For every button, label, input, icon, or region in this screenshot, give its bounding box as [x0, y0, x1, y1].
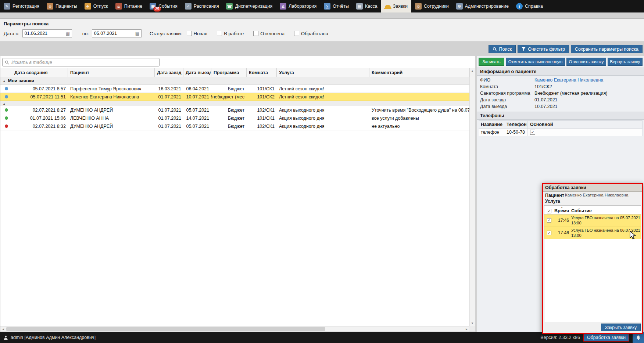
checkbox-icon [217, 31, 222, 36]
close-request-button[interactable]: Закрыть заявку [601, 324, 641, 331]
phone-row[interactable]: телефон 10-50-78 [479, 129, 643, 136]
col-header-status[interactable] [0, 68, 12, 77]
processing-window-title[interactable]: Обработка заявки [543, 184, 642, 192]
table-row[interactable]: 05.07.2021 8:57 Парфененко Тимур Ярослав… [0, 85, 469, 93]
table-row[interactable]: 01.07.2021 15:06 ЛЕВЧЕНКО АННА 01.07.202… [0, 114, 469, 122]
decline-request-button[interactable]: Отклонить заявку [566, 58, 606, 66]
processing-patient-value: Каменко Екатерина Николаевна [565, 193, 640, 198]
event-checkbox[interactable] [547, 231, 551, 235]
cell-status [0, 106, 12, 114]
search-button[interactable]: Поиск [489, 45, 516, 53]
table-row-selected[interactable]: 05.07.2021 11:51 Каменко Екатерина Никол… [0, 93, 469, 101]
event-row[interactable]: 17:46 Услуга ГБО назначена на 05.07.2021… [544, 214, 641, 227]
date-from-input[interactable]: ▦ [22, 29, 72, 37]
cell-comment [369, 93, 469, 101]
request-actions: Записать Отметить как выполненную Отклон… [479, 58, 643, 66]
return-request-button[interactable]: Вернуть заявку [608, 58, 643, 66]
status-checkbox-in-progress[interactable]: В работе [217, 31, 244, 36]
table-search-input[interactable] [11, 60, 157, 65]
administration-icon: ⚙ [456, 3, 463, 10]
clear-filter-button[interactable]: Очистить фильтр [518, 45, 569, 53]
toolbar-item-staff[interactable]: ☺ Сотрудники [411, 0, 452, 12]
search-icon [493, 47, 497, 51]
event-checkbox[interactable] [547, 218, 551, 223]
col-header-service[interactable]: Услуга [277, 68, 369, 77]
col-header-program[interactable]: Программа [211, 68, 247, 77]
vertical-scrollbar[interactable]: ▲ ▼ [469, 68, 475, 326]
field-fio: ФИО Каменко Екатерина Николаевна [479, 77, 643, 83]
toolbar-item-vacation[interactable]: ✈ Отпуск [81, 0, 112, 12]
processing-task-button[interactable]: Обработка заявки [583, 333, 629, 342]
calendar-icon[interactable]: ▦ [66, 31, 70, 36]
mark-done-button[interactable]: Отметить как выполненную [506, 58, 565, 66]
toolbar-item-label: События [158, 4, 178, 9]
toolbar-item-schedules[interactable]: ✓ Расписания [181, 0, 223, 12]
toolbar-item-requests[interactable]: Заявки [381, 0, 411, 12]
col-header-event[interactable]: Событие [570, 208, 641, 213]
toolbar-item-events[interactable]: ▦ События 25 [146, 0, 181, 12]
filter-actions: Поиск Очистить фильтр Сохранить параметр… [489, 45, 643, 53]
current-user: admin [Админов Админ Александрович] [0, 335, 96, 340]
col-header-departure[interactable]: Дата выезд [183, 68, 211, 77]
cell-created: 02.07.2021 8:32 [12, 122, 68, 130]
filter-panel-title: Параметры поиска [4, 21, 640, 26]
toolbar-item-label: Пациенты [56, 4, 77, 9]
select-all-checkbox[interactable] [547, 209, 551, 213]
toolbar-item-reports[interactable]: ∑ Отчёты [320, 0, 353, 12]
toolbar-item-registration[interactable]: ✎ Регистрация [0, 0, 43, 12]
phone-col-number[interactable]: Телефон [504, 121, 528, 128]
scroll-down-icon[interactable]: ▼ [470, 321, 475, 326]
table-row[interactable]: 02.07.2021 8:32 ДУМЕНКО АНДРЕЙ 01.07.202… [0, 122, 469, 130]
col-header-room[interactable]: Комната [247, 68, 277, 77]
bell-icon [636, 335, 641, 340]
scrollbar-thumb[interactable] [6, 327, 325, 331]
calendar-icon[interactable]: ▦ [135, 31, 139, 36]
date-to-value[interactable] [94, 31, 134, 36]
filter-icon [522, 47, 526, 51]
status-filter-label: Статус заявки: [150, 31, 182, 36]
table-row[interactable]: 02.07.2021 8:27 ДУМЕНКО АНДРЕЙ 01.07.202… [0, 106, 469, 114]
scroll-left-icon[interactable]: ◄ [0, 326, 6, 332]
cell-arrival: 01.07.2021 [155, 122, 183, 130]
date-to-input[interactable]: ▦ [92, 29, 142, 37]
status-checkbox-processed[interactable]: Обработана [294, 31, 328, 36]
col-header-time[interactable]: Время [554, 208, 570, 213]
requests-table: Дата создания Пациент Дата заезд Дата вы… [0, 56, 475, 332]
toolbar-item-administration[interactable]: ⚙ Администрирование [452, 0, 512, 12]
toolbar-item-cashdesk[interactable]: ▤ Касса [353, 0, 381, 12]
phone-col-name[interactable]: Название [479, 121, 504, 128]
save-request-button[interactable]: Записать [479, 58, 504, 66]
status-checkbox-declined[interactable]: Отклонена [253, 31, 285, 36]
table-search-box[interactable] [2, 58, 160, 66]
col-header-arrival[interactable]: Дата заезд [155, 68, 183, 77]
phones-title: Телефоны [477, 112, 644, 120]
phone-main-cell [528, 129, 554, 136]
save-search-params-button[interactable]: Сохранить параметры поиска [571, 45, 643, 53]
toolbar-item-laboratory[interactable]: ∆ Лаборатория [276, 0, 320, 12]
scroll-up-icon[interactable]: ▲ [470, 68, 475, 74]
horizontal-scrollbar[interactable]: ◄ ► [0, 326, 469, 332]
col-header-comment[interactable]: Комментарий [369, 68, 469, 77]
phone-col-main[interactable]: Основной [528, 121, 554, 128]
group-row-my-requests[interactable]: ▴ Мои заявки [0, 77, 469, 85]
toolbar-item-food[interactable]: ☕ Питание [112, 0, 146, 12]
cell-program: Бюджет [211, 85, 247, 93]
toolbar-item-dispatch[interactable]: ☎ Диспетчеризация [222, 0, 276, 12]
toolbar-item-help[interactable]: i Справка [512, 0, 547, 12]
cell-room: 101/СК1 [247, 85, 277, 93]
vacation-icon: ✈ [85, 3, 91, 10]
patient-info-title: Информация о пациенте [477, 68, 644, 76]
date-from-value[interactable] [25, 31, 64, 36]
group-row-secondary[interactable]: ▴ [0, 101, 469, 106]
events-grid: ▲ Время Событие 17:46 Услуга ГБО назначе… [544, 205, 641, 322]
event-row[interactable]: 17:46 Услуга ГБО назначена на 06.07.2021… [544, 227, 641, 239]
staff-icon: ☺ [415, 3, 422, 10]
scroll-right-icon[interactable]: ► [464, 326, 469, 332]
toolbar-item-patients[interactable]: ☺ Пациенты [43, 0, 81, 12]
col-header-created[interactable]: Дата создания [12, 68, 68, 77]
col-header-patient[interactable]: Пациент [68, 68, 155, 77]
status-checkbox-new[interactable]: Новая [187, 31, 208, 36]
main-phone-checkbox[interactable] [530, 130, 535, 135]
cell-departure: 14.07.2021 [183, 114, 211, 122]
patient-name-link[interactable]: Каменко Екатерина Николаевна [534, 77, 641, 83]
